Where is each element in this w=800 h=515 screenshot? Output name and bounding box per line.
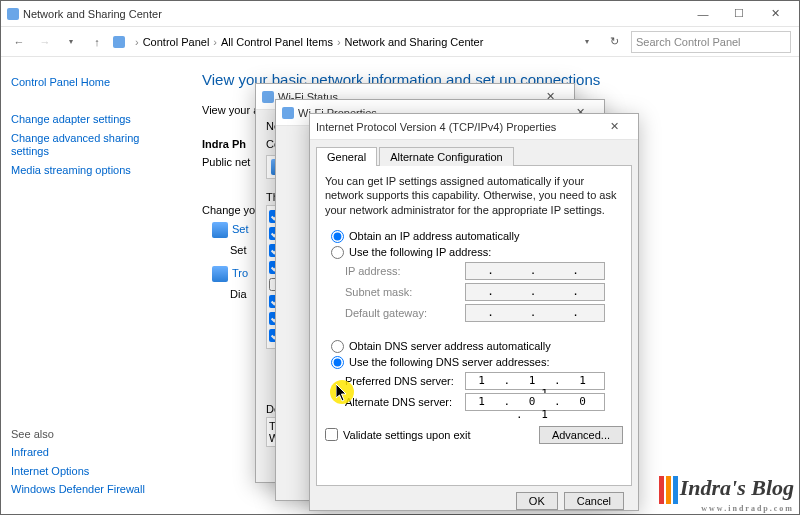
up-button[interactable]: ↑ (87, 32, 107, 52)
radio-ip-manual[interactable]: Use the following IP address: (331, 246, 623, 259)
search-input[interactable]: Search Control Panel (631, 31, 791, 53)
dropdown-toggle[interactable]: ▾ (577, 32, 597, 52)
wifi-icon (262, 91, 274, 103)
field-gw: . . . (465, 304, 605, 322)
advanced-button[interactable]: Advanced... (539, 426, 623, 444)
sidebar-media-streaming[interactable]: Media streaming options (11, 164, 176, 178)
minimize-button[interactable]: — (685, 2, 721, 26)
sidebar-infrared[interactable]: Infrared (11, 446, 176, 460)
troubleshoot-icon (212, 266, 228, 282)
path-icon (113, 36, 125, 48)
ipv4-panel: You can get IP settings assigned automat… (316, 166, 632, 486)
maximize-button[interactable]: ☐ (721, 2, 757, 26)
wifi-props-icon (282, 107, 294, 119)
field-alt-dns[interactable]: 1 . 0 . 0 . 1 (465, 393, 605, 411)
forward-button[interactable]: → (35, 32, 55, 52)
close-button[interactable]: ✕ (757, 2, 793, 26)
ok-button[interactable]: OK (516, 492, 558, 510)
crumb-all-items[interactable]: All Control Panel Items (221, 36, 333, 48)
crumb-control-panel[interactable]: Control Panel (143, 36, 210, 48)
sidebar-home[interactable]: Control Panel Home (11, 76, 176, 90)
label-ip: IP address: (345, 265, 465, 277)
refresh-button[interactable]: ↻ (603, 31, 625, 53)
ip-group: Obtain an IP address automatically Use t… (325, 227, 623, 329)
sidebar-adapter-settings[interactable]: Change adapter settings (11, 113, 176, 127)
tab-general[interactable]: General (316, 147, 377, 166)
troubleshoot-link[interactable]: Tro (232, 267, 248, 279)
crumb-network-sharing[interactable]: Network and Sharing Center (345, 36, 484, 48)
field-ip: . . . (465, 262, 605, 280)
label-alt-dns: Alternate DNS server: (345, 396, 465, 408)
ipv4-help-text: You can get IP settings assigned automat… (325, 174, 623, 217)
nav-toolbar: ← → ▾ ↑ ›Control Panel ›All Control Pane… (1, 27, 799, 57)
radio-dns-manual[interactable]: Use the following DNS server addresses: (331, 356, 623, 369)
radio-dns-auto-input[interactable] (331, 340, 344, 353)
sidebar-internet-options[interactable]: Internet Options (11, 465, 176, 479)
sidebar-advanced-sharing[interactable]: Change advanced sharing settings (11, 132, 176, 160)
dns-group: Obtain DNS server address automatically … (325, 337, 623, 418)
network-icon (7, 8, 19, 20)
see-also-header: See also (11, 428, 176, 440)
field-pref-dns[interactable]: 1 . 1 . 1 . 1 (465, 372, 605, 390)
setup-icon (212, 222, 228, 238)
window-title: Network and Sharing Center (23, 8, 685, 20)
label-gw: Default gateway: (345, 307, 465, 319)
label-pref-dns: Preferred DNS server: (345, 375, 465, 387)
ipv4-tabs: General Alternate Configuration (316, 146, 632, 166)
radio-ip-manual-input[interactable] (331, 246, 344, 259)
ipv4-titlebar: Internet Protocol Version 4 (TCP/IPv4) P… (310, 114, 638, 140)
setup-link[interactable]: Set (232, 223, 249, 235)
ipv4-properties-window: Internet Protocol Version 4 (TCP/IPv4) P… (309, 113, 639, 511)
label-mask: Subnet mask: (345, 286, 465, 298)
back-button[interactable]: ← (9, 32, 29, 52)
main-titlebar: Network and Sharing Center — ☐ ✕ (1, 1, 799, 27)
radio-ip-auto[interactable]: Obtain an IP address automatically (331, 230, 623, 243)
radio-dns-manual-input[interactable] (331, 356, 344, 369)
radio-dns-auto[interactable]: Obtain DNS server address automatically (331, 340, 623, 353)
validate-checkbox[interactable] (325, 428, 338, 441)
cancel-button[interactable]: Cancel (564, 492, 624, 510)
validate-label: Validate settings upon exit (343, 429, 471, 441)
ipv4-close[interactable]: ✕ (596, 115, 632, 139)
breadcrumb[interactable]: ›Control Panel ›All Control Panel Items … (135, 36, 483, 48)
ipv4-title: Internet Protocol Version 4 (TCP/IPv4) P… (316, 121, 596, 133)
sidebar-defender-firewall[interactable]: Windows Defender Firewall (11, 483, 176, 497)
recent-dropdown[interactable]: ▾ (61, 32, 81, 52)
sidebar: Control Panel Home Change adapter settin… (1, 57, 186, 514)
radio-ip-auto-input[interactable] (331, 230, 344, 243)
field-mask: . . . (465, 283, 605, 301)
tab-altconfig[interactable]: Alternate Configuration (379, 147, 514, 166)
